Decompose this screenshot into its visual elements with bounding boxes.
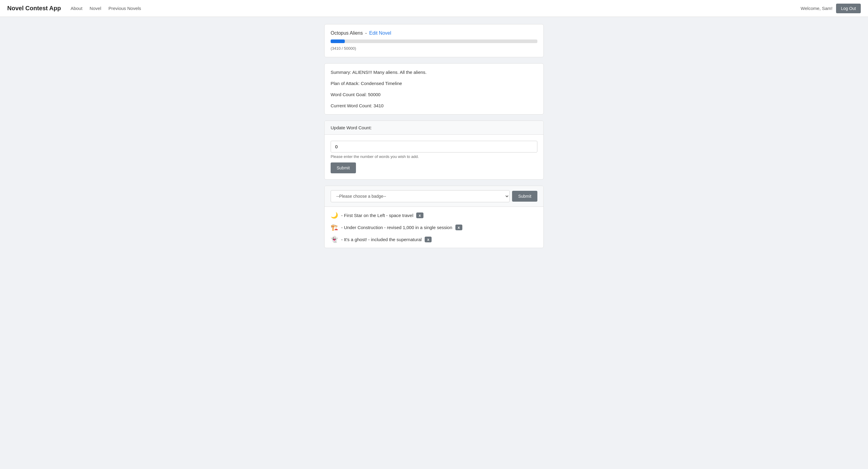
badge-card-header: --Please choose a badge-- Submit [324, 186, 544, 207]
plan-item: Plan of Attack: Condensed Timeline [331, 81, 537, 86]
badge-select-row: --Please choose a badge-- Submit [331, 190, 537, 202]
badge-icon-1: 🏗️ [331, 224, 338, 231]
navbar-brand: Novel Contest App [7, 5, 61, 12]
nav-link-previous-novels[interactable]: Previous Novels [108, 6, 141, 11]
goal-value: 50000 [368, 92, 381, 97]
edit-novel-link[interactable]: Edit Novel [369, 30, 391, 36]
navbar-links: About Novel Previous Novels [70, 6, 141, 11]
summary-label: Summary: [331, 70, 351, 75]
navbar: Novel Contest App About Novel Previous N… [0, 0, 868, 17]
summary-card: Summary: ALIENS!!! Many aliens. All the … [324, 63, 544, 115]
novel-title-row: Octopus Aliens - Edit Novel [331, 30, 537, 36]
badge-icon-2: 👻 [331, 236, 338, 243]
badge-remove-button-0[interactable]: x [416, 213, 423, 218]
input-hint: Please enter the number of words you wis… [331, 154, 537, 159]
badge-text-2: - It's a ghost! - included the supernatu… [341, 237, 422, 242]
badge-submit-button[interactable]: Submit [512, 191, 537, 201]
nav-link-about[interactable]: About [70, 6, 82, 11]
badge-card: --Please choose a badge-- Submit 🌙 - Fir… [324, 186, 544, 248]
summary-body: Summary: ALIENS!!! Many aliens. All the … [324, 64, 544, 114]
nav-link-novel[interactable]: Novel [90, 6, 101, 11]
badge-item-1: 🏗️ - Under Construction - revised 1,000 … [331, 224, 537, 231]
goal-label: Word Count Goal: [331, 92, 367, 97]
badge-remove-button-1[interactable]: x [456, 224, 462, 230]
summary-value: ALIENS!!! Many aliens. All the aliens. [352, 70, 427, 75]
progress-bar-container [331, 39, 537, 43]
welcome-text: Welcome, Sam! [801, 6, 833, 11]
badge-item-0: 🌙 - First Star on the Left - space trave… [331, 212, 537, 219]
badge-text-0: - First Star on the Left - space travel [341, 213, 413, 218]
plan-value: Condensed Timeline [361, 81, 402, 86]
novel-progress-card: Octopus Aliens - Edit Novel (3410 / 5000… [324, 24, 544, 57]
word-count-card: Update Word Count: Please enter the numb… [324, 121, 544, 180]
logout-button[interactable]: Log Out [836, 4, 861, 13]
badge-icon-0: 🌙 [331, 212, 338, 219]
summary-item: Summary: ALIENS!!! Many aliens. All the … [331, 70, 537, 75]
badge-remove-button-2[interactable]: x [425, 237, 432, 242]
progress-text: (3410 / 50000) [331, 46, 356, 51]
current-count-item: Current Word Count: 3410 [331, 103, 537, 108]
badge-item-2: 👻 - It's a ghost! - included the superna… [331, 236, 537, 243]
title-separator: - [365, 30, 367, 36]
navbar-right: Welcome, Sam! Log Out [801, 4, 861, 13]
word-count-input[interactable] [331, 141, 537, 153]
word-count-body: Please enter the number of words you wis… [324, 135, 544, 179]
badge-text-1: - Under Construction - revised 1,000 in … [341, 225, 453, 230]
navbar-left: Novel Contest App About Novel Previous N… [7, 5, 141, 12]
badge-select[interactable]: --Please choose a badge-- [331, 190, 510, 202]
goal-item: Word Count Goal: 50000 [331, 92, 537, 97]
info-list: Summary: ALIENS!!! Many aliens. All the … [331, 70, 537, 108]
main-content: Octopus Aliens - Edit Novel (3410 / 5000… [319, 24, 549, 248]
novel-progress-body: Octopus Aliens - Edit Novel (3410 / 5000… [324, 24, 544, 57]
plan-label: Plan of Attack: [331, 81, 360, 86]
word-count-header: Update Word Count: [324, 121, 544, 135]
progress-bar-fill [331, 39, 345, 43]
word-count-submit-button[interactable]: Submit [331, 162, 356, 173]
badge-list: 🌙 - First Star on the Left - space trave… [324, 207, 544, 248]
current-value: 3410 [373, 103, 383, 108]
current-label: Current Word Count: [331, 103, 372, 108]
novel-title: Octopus Aliens [331, 30, 363, 36]
